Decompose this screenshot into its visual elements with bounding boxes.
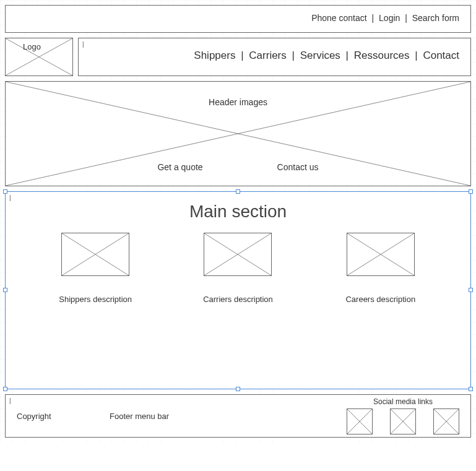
separator: | (241, 50, 243, 61)
social-icons-row (347, 408, 459, 434)
svg-line-5 (62, 233, 129, 275)
social-icon-placeholder[interactable] (390, 408, 416, 434)
selection-handle[interactable] (236, 387, 240, 391)
main-nav: | Shippers | Carriers | Services | Resso… (78, 38, 471, 76)
svg-line-10 (347, 409, 372, 434)
separator: | (292, 50, 295, 61)
selection-handle[interactable] (469, 288, 473, 292)
column-carriers: Carriers description (188, 233, 287, 304)
shippers-description-label: Shippers description (46, 295, 145, 304)
image-placeholder (61, 233, 129, 276)
selection-handle[interactable] (236, 189, 240, 194)
image-placeholder (347, 233, 415, 276)
nav-resources[interactable]: Ressources (354, 50, 410, 61)
copyright-label: Copyright (17, 412, 110, 421)
search-form-link[interactable]: Search form (412, 13, 459, 23)
get-a-quote-button[interactable]: Get a quote (157, 162, 202, 172)
svg-line-4 (62, 233, 129, 275)
separator: | (372, 13, 374, 23)
column-careers: Careers description (331, 233, 430, 304)
carriers-description-label: Carriers description (188, 295, 287, 304)
logo-label: Logo (23, 42, 41, 51)
svg-line-7 (204, 233, 271, 275)
cursor-mark-icon: | (82, 41, 84, 48)
selection-handle[interactable] (3, 288, 7, 292)
footer: | Copyright Footer menu bar Social media… (5, 394, 471, 438)
main-section-frame[interactable]: | Main section Shippers description Carr… (5, 191, 471, 389)
svg-line-6 (204, 233, 271, 275)
nav-row: Logo | Shippers | Carriers | Services | … (5, 38, 471, 76)
svg-line-14 (434, 409, 459, 434)
nav-contact[interactable]: Contact (423, 50, 459, 61)
phone-contact-link[interactable]: Phone contact (311, 13, 367, 23)
social-icon-placeholder[interactable] (347, 408, 373, 434)
svg-line-9 (347, 233, 414, 275)
cursor-mark-icon: | (9, 397, 11, 404)
nav-shippers[interactable]: Shippers (194, 50, 235, 61)
selection-handle[interactable] (469, 387, 473, 391)
logo-placeholder[interactable]: Logo (5, 38, 73, 76)
nav-services[interactable]: Services (300, 50, 340, 61)
contact-us-button[interactable]: Contact us (277, 162, 319, 172)
separator: | (415, 50, 417, 61)
top-utility-bar: Phone contact | Login | Search form (5, 5, 471, 33)
main-section-title: Main section (6, 202, 470, 222)
svg-line-15 (434, 409, 459, 434)
column-shippers: Shippers description (46, 233, 145, 304)
separator: | (346, 50, 348, 61)
selection-handle[interactable] (469, 189, 473, 194)
social-media-label: Social media links (347, 397, 459, 406)
svg-line-12 (391, 409, 415, 434)
footer-menu-label: Footer menu bar (110, 412, 169, 421)
svg-line-13 (391, 409, 415, 434)
social-media-block: Social media links (347, 397, 459, 434)
main-columns: Shippers description Carriers descriptio… (6, 233, 470, 304)
social-icon-placeholder[interactable] (433, 408, 459, 434)
header-images-label: Header images (209, 97, 267, 107)
svg-line-8 (347, 233, 414, 275)
cursor-mark-icon: | (9, 194, 11, 201)
nav-carriers[interactable]: Carriers (249, 50, 286, 61)
login-link[interactable]: Login (379, 13, 400, 23)
image-placeholder (204, 233, 272, 276)
separator: | (405, 13, 407, 23)
careers-description-label: Careers description (331, 295, 430, 304)
svg-line-11 (347, 409, 372, 434)
header-image-placeholder: Header images Get a quote Contact us (5, 81, 471, 186)
selection-handle[interactable] (3, 189, 7, 194)
selection-handle[interactable] (3, 387, 7, 391)
header-cta-row: Get a quote Contact us (6, 162, 470, 172)
